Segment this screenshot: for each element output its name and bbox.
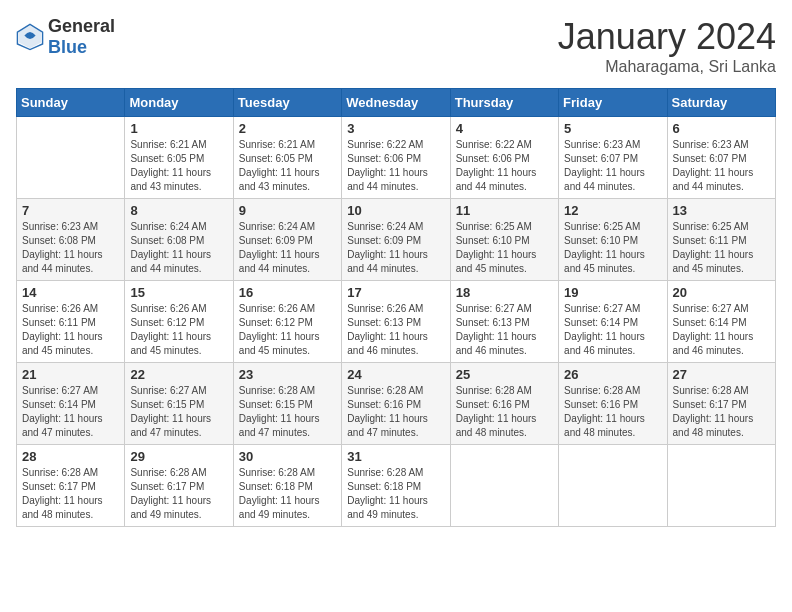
calendar-cell: 26Sunrise: 6:28 AM Sunset: 6:16 PM Dayli… [559,363,667,445]
weekday-header-row: SundayMondayTuesdayWednesdayThursdayFrid… [17,89,776,117]
calendar-cell: 20Sunrise: 6:27 AM Sunset: 6:14 PM Dayli… [667,281,775,363]
day-number: 20 [673,285,770,300]
day-number: 22 [130,367,227,382]
weekday-header-sunday: Sunday [17,89,125,117]
title-block: January 2024 Maharagama, Sri Lanka [558,16,776,76]
day-number: 29 [130,449,227,464]
day-number: 7 [22,203,119,218]
day-info: Sunrise: 6:26 AM Sunset: 6:12 PM Dayligh… [239,302,336,358]
day-number: 25 [456,367,553,382]
calendar-cell: 23Sunrise: 6:28 AM Sunset: 6:15 PM Dayli… [233,363,341,445]
day-info: Sunrise: 6:26 AM Sunset: 6:11 PM Dayligh… [22,302,119,358]
day-info: Sunrise: 6:25 AM Sunset: 6:10 PM Dayligh… [564,220,661,276]
day-number: 15 [130,285,227,300]
week-row-3: 14Sunrise: 6:26 AM Sunset: 6:11 PM Dayli… [17,281,776,363]
day-info: Sunrise: 6:25 AM Sunset: 6:10 PM Dayligh… [456,220,553,276]
calendar-subtitle: Maharagama, Sri Lanka [558,58,776,76]
day-number: 3 [347,121,444,136]
day-info: Sunrise: 6:25 AM Sunset: 6:11 PM Dayligh… [673,220,770,276]
calendar-cell: 18Sunrise: 6:27 AM Sunset: 6:13 PM Dayli… [450,281,558,363]
day-info: Sunrise: 6:28 AM Sunset: 6:17 PM Dayligh… [673,384,770,440]
calendar-cell: 7Sunrise: 6:23 AM Sunset: 6:08 PM Daylig… [17,199,125,281]
calendar-title: January 2024 [558,16,776,58]
day-number: 4 [456,121,553,136]
day-info: Sunrise: 6:24 AM Sunset: 6:08 PM Dayligh… [130,220,227,276]
calendar-cell: 6Sunrise: 6:23 AM Sunset: 6:07 PM Daylig… [667,117,775,199]
week-row-4: 21Sunrise: 6:27 AM Sunset: 6:14 PM Dayli… [17,363,776,445]
logo-text-block: General Blue [48,16,115,58]
day-number: 6 [673,121,770,136]
day-number: 8 [130,203,227,218]
day-info: Sunrise: 6:28 AM Sunset: 6:18 PM Dayligh… [239,466,336,522]
day-number: 31 [347,449,444,464]
weekday-header-friday: Friday [559,89,667,117]
weekday-header-saturday: Saturday [667,89,775,117]
day-number: 24 [347,367,444,382]
calendar-cell: 15Sunrise: 6:26 AM Sunset: 6:12 PM Dayli… [125,281,233,363]
logo-blue: Blue [48,37,87,57]
day-info: Sunrise: 6:26 AM Sunset: 6:12 PM Dayligh… [130,302,227,358]
calendar-cell: 17Sunrise: 6:26 AM Sunset: 6:13 PM Dayli… [342,281,450,363]
calendar-cell [559,445,667,527]
day-info: Sunrise: 6:28 AM Sunset: 6:18 PM Dayligh… [347,466,444,522]
day-number: 18 [456,285,553,300]
day-number: 5 [564,121,661,136]
day-number: 1 [130,121,227,136]
day-info: Sunrise: 6:24 AM Sunset: 6:09 PM Dayligh… [239,220,336,276]
calendar-cell: 22Sunrise: 6:27 AM Sunset: 6:15 PM Dayli… [125,363,233,445]
calendar-cell: 1Sunrise: 6:21 AM Sunset: 6:05 PM Daylig… [125,117,233,199]
calendar-cell: 5Sunrise: 6:23 AM Sunset: 6:07 PM Daylig… [559,117,667,199]
day-number: 30 [239,449,336,464]
day-number: 28 [22,449,119,464]
day-info: Sunrise: 6:27 AM Sunset: 6:14 PM Dayligh… [564,302,661,358]
calendar-cell [17,117,125,199]
logo-icon [16,23,44,51]
day-info: Sunrise: 6:23 AM Sunset: 6:07 PM Dayligh… [564,138,661,194]
calendar-table: SundayMondayTuesdayWednesdayThursdayFrid… [16,88,776,527]
logo-general: General [48,16,115,36]
calendar-cell: 14Sunrise: 6:26 AM Sunset: 6:11 PM Dayli… [17,281,125,363]
weekday-header-tuesday: Tuesday [233,89,341,117]
page-header: General Blue January 2024 Maharagama, Sr… [16,16,776,76]
calendar-cell: 27Sunrise: 6:28 AM Sunset: 6:17 PM Dayli… [667,363,775,445]
day-number: 21 [22,367,119,382]
calendar-cell: 3Sunrise: 6:22 AM Sunset: 6:06 PM Daylig… [342,117,450,199]
calendar-cell [450,445,558,527]
day-number: 10 [347,203,444,218]
day-number: 16 [239,285,336,300]
day-number: 23 [239,367,336,382]
week-row-5: 28Sunrise: 6:28 AM Sunset: 6:17 PM Dayli… [17,445,776,527]
day-info: Sunrise: 6:28 AM Sunset: 6:17 PM Dayligh… [22,466,119,522]
day-number: 11 [456,203,553,218]
day-info: Sunrise: 6:28 AM Sunset: 6:16 PM Dayligh… [347,384,444,440]
day-info: Sunrise: 6:27 AM Sunset: 6:14 PM Dayligh… [673,302,770,358]
calendar-cell: 9Sunrise: 6:24 AM Sunset: 6:09 PM Daylig… [233,199,341,281]
day-info: Sunrise: 6:23 AM Sunset: 6:07 PM Dayligh… [673,138,770,194]
calendar-cell: 21Sunrise: 6:27 AM Sunset: 6:14 PM Dayli… [17,363,125,445]
day-info: Sunrise: 6:21 AM Sunset: 6:05 PM Dayligh… [239,138,336,194]
day-info: Sunrise: 6:27 AM Sunset: 6:14 PM Dayligh… [22,384,119,440]
day-number: 27 [673,367,770,382]
calendar-cell: 19Sunrise: 6:27 AM Sunset: 6:14 PM Dayli… [559,281,667,363]
week-row-1: 1Sunrise: 6:21 AM Sunset: 6:05 PM Daylig… [17,117,776,199]
day-number: 9 [239,203,336,218]
week-row-2: 7Sunrise: 6:23 AM Sunset: 6:08 PM Daylig… [17,199,776,281]
calendar-cell: 16Sunrise: 6:26 AM Sunset: 6:12 PM Dayli… [233,281,341,363]
weekday-header-wednesday: Wednesday [342,89,450,117]
day-number: 17 [347,285,444,300]
day-info: Sunrise: 6:27 AM Sunset: 6:15 PM Dayligh… [130,384,227,440]
day-info: Sunrise: 6:28 AM Sunset: 6:15 PM Dayligh… [239,384,336,440]
calendar-cell: 29Sunrise: 6:28 AM Sunset: 6:17 PM Dayli… [125,445,233,527]
calendar-cell: 2Sunrise: 6:21 AM Sunset: 6:05 PM Daylig… [233,117,341,199]
calendar-cell: 25Sunrise: 6:28 AM Sunset: 6:16 PM Dayli… [450,363,558,445]
day-number: 2 [239,121,336,136]
calendar-cell: 24Sunrise: 6:28 AM Sunset: 6:16 PM Dayli… [342,363,450,445]
day-number: 12 [564,203,661,218]
calendar-cell: 11Sunrise: 6:25 AM Sunset: 6:10 PM Dayli… [450,199,558,281]
day-info: Sunrise: 6:21 AM Sunset: 6:05 PM Dayligh… [130,138,227,194]
calendar-cell: 28Sunrise: 6:28 AM Sunset: 6:17 PM Dayli… [17,445,125,527]
calendar-cell: 13Sunrise: 6:25 AM Sunset: 6:11 PM Dayli… [667,199,775,281]
day-info: Sunrise: 6:28 AM Sunset: 6:17 PM Dayligh… [130,466,227,522]
day-number: 19 [564,285,661,300]
calendar-cell: 8Sunrise: 6:24 AM Sunset: 6:08 PM Daylig… [125,199,233,281]
